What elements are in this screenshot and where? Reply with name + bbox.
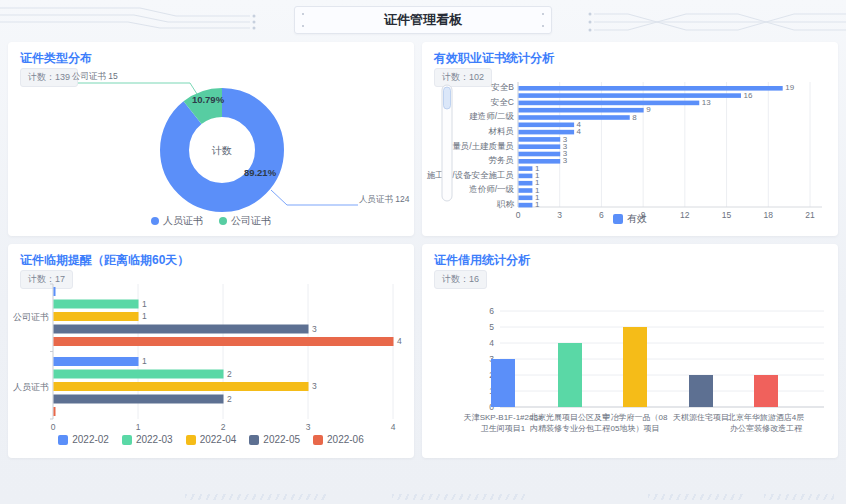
gbar-2022-05-人员证书[interactable]	[54, 395, 224, 404]
footer-decoration	[764, 494, 834, 500]
hbar-2[interactable]	[519, 101, 700, 106]
bar-value-label: 2	[227, 394, 232, 404]
hbar-13[interactable]	[519, 181, 533, 186]
bar-value-label: 2	[227, 369, 232, 379]
category-label: 中冶学府一品（08	[603, 413, 668, 422]
legend-label: 2022-06	[327, 434, 364, 445]
legend-label: 2022-03	[136, 434, 173, 445]
bar-value-label: 3	[312, 381, 317, 391]
category-label: 北京光展项目公区及室	[529, 413, 610, 422]
bar-value-label: 1	[142, 299, 147, 309]
panel-expiry-reminder: 证件临期提醒（距离临期60天） 计数：17 0123411213324公司证书人…	[8, 244, 414, 458]
category-label: 安全C	[491, 97, 514, 107]
hbar-11[interactable]	[519, 166, 533, 171]
vbar-1[interactable]	[558, 343, 582, 407]
legend-item-2022-04[interactable]: 2022-04	[186, 434, 237, 445]
bar-value-label: 3	[312, 324, 317, 334]
bar-value-label: 1	[535, 200, 540, 209]
legend-label: 有效	[627, 212, 647, 226]
panel-borrowing-statistics: 证件借用统计分析 计数：16 0123456天津SKP-B1F-1#2#3#卫生…	[422, 244, 838, 458]
legend-item-2022-02[interactable]: 2022-02	[58, 434, 109, 445]
legend-item-2022-05[interactable]: 2022-05	[249, 434, 300, 445]
bar-legend: 有效	[422, 212, 838, 226]
gbar-2022-03-公司证书[interactable]	[54, 300, 139, 309]
category-label: 北京年华旅游酒店4层	[727, 413, 804, 422]
category-label: 质量员/土建质量员	[444, 141, 514, 151]
legend-item-2022-06[interactable]: 2022-06	[313, 434, 364, 445]
category-label: 材料员	[488, 126, 515, 136]
footer-decoration	[392, 494, 528, 500]
hbar-12[interactable]	[519, 174, 533, 179]
donut-center-label: 计数	[211, 145, 232, 156]
slice-percent-label: 10.79%	[192, 94, 225, 105]
y-tick-label: 5	[489, 322, 494, 332]
callout-line	[271, 190, 358, 205]
bar-value-label: 16	[743, 91, 752, 100]
vbar-0[interactable]	[491, 359, 515, 407]
legend-swatch	[249, 435, 259, 445]
month-legend: 2022-022022-032022-042022-052022-06	[8, 434, 414, 445]
legend-swatch	[151, 217, 159, 225]
gbar-2022-06-公司证书[interactable]	[54, 337, 394, 346]
hbar-4[interactable]	[519, 115, 630, 120]
hbar-5[interactable]	[519, 123, 575, 128]
slice-callout-label: 公司证书 15	[72, 71, 118, 81]
y-tick-label: 6	[489, 306, 494, 316]
hbar-14[interactable]	[519, 188, 533, 193]
category-label: 造价师/一级	[469, 184, 514, 194]
category-label: 建造师/二级	[468, 111, 514, 121]
callout-line	[78, 83, 197, 94]
legend-item-valid[interactable]: 有效	[613, 212, 647, 226]
x-tick-label: 1	[136, 422, 141, 432]
legend-swatch	[613, 214, 623, 224]
scrollbar-thumb[interactable]	[444, 87, 451, 109]
footer-decoration	[185, 494, 327, 500]
x-tick-label: 4	[391, 422, 396, 432]
gbar-2022-02-公司证书[interactable]	[54, 287, 56, 296]
legend-item-2022-03[interactable]: 2022-03	[122, 434, 173, 445]
hbar-7[interactable]	[519, 137, 561, 142]
panel-valid-certificates: 有效职业证书统计分析 计数：102 036912151821安全B1916安全C…	[422, 42, 838, 236]
legend-swatch	[313, 435, 323, 445]
hbar-9[interactable]	[519, 152, 561, 157]
header-circuit-decoration-left	[0, 0, 300, 40]
legend-label: 2022-02	[72, 434, 109, 445]
vbar-2[interactable]	[623, 327, 647, 407]
category-label: 职称	[496, 199, 515, 209]
hbar-16[interactable]	[519, 203, 533, 208]
dashboard-title: 证件管理看板	[384, 12, 462, 27]
category-label: 劳务员	[489, 155, 515, 165]
legend-label: 公司证书	[231, 214, 271, 228]
gbar-2022-04-公司证书[interactable]	[54, 312, 139, 321]
category-label: 办公室装修改造工程	[730, 424, 803, 433]
slice-callout-label: 人员证书 124	[359, 194, 410, 204]
x-tick-label: 3	[306, 422, 311, 432]
bar-value-label: 4	[577, 127, 582, 136]
category-label: 施工员/设备安全施工员	[427, 170, 514, 180]
vbar-3[interactable]	[689, 375, 713, 407]
bar-value-label: 1	[142, 356, 147, 366]
gbar-2022-06-人员证书[interactable]	[54, 407, 56, 416]
bar-value-label: 1	[142, 311, 147, 321]
legend-swatch	[122, 435, 132, 445]
gbar-2022-03-人员证书[interactable]	[54, 370, 224, 379]
x-tick-label: 2	[221, 422, 226, 432]
legend-item-0[interactable]: 人员证书	[151, 214, 203, 228]
hbar-8[interactable]	[519, 144, 561, 149]
gbar-2022-05-公司证书[interactable]	[54, 325, 309, 334]
category-label: 公司证书	[13, 312, 49, 322]
gbar-2022-04-人员证书[interactable]	[54, 382, 309, 391]
gbar-2022-02-人员证书[interactable]	[54, 357, 139, 366]
legend-item-1[interactable]: 公司证书	[219, 214, 271, 228]
hbar-15[interactable]	[519, 196, 533, 201]
footer-decoration	[648, 494, 744, 500]
hbar-3[interactable]	[519, 108, 644, 113]
legend-swatch	[186, 435, 196, 445]
x-tick-label: 0	[51, 422, 56, 432]
vbar-4[interactable]	[754, 375, 778, 407]
header-circuit-decoration-right	[546, 0, 846, 40]
horizontal-bar-chart: 036912151821安全B1916安全C139建造师/二级84材料员43质量…	[422, 42, 838, 236]
bar-value-label: 3	[563, 156, 568, 165]
bar-value-label: 9	[646, 105, 651, 114]
donut-legend: 人员证书公司证书	[8, 214, 414, 228]
